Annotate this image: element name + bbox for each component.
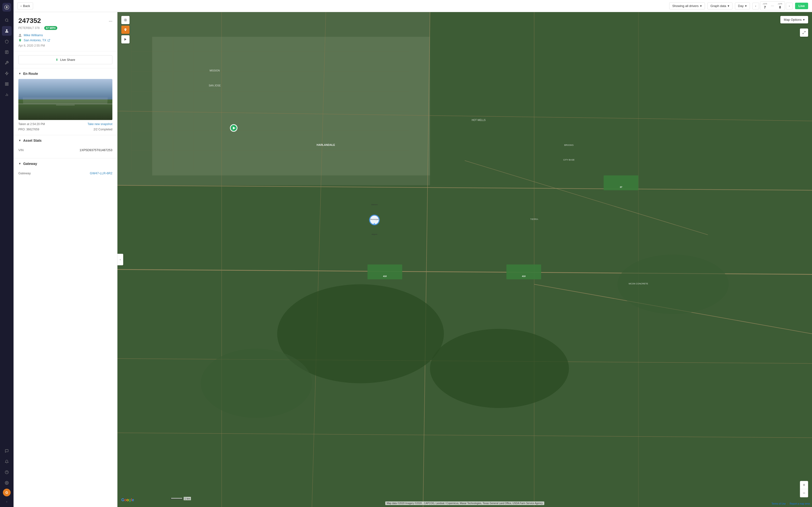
- svg-rect-7: [5, 82, 6, 84]
- svg-text:HOT WELLS: HOT WELLS: [472, 119, 486, 121]
- zoom-in-button[interactable]: +: [800, 481, 808, 489]
- scale-label: 1 km: [184, 497, 191, 500]
- svg-rect-51: [604, 175, 639, 190]
- map-attribution-text: Map data ©2020 Imagery ©2020 , CAPCOG, L…: [387, 502, 543, 505]
- svg-line-22: [117, 185, 812, 190]
- en-route-header[interactable]: ▼ En Route: [13, 68, 117, 79]
- vin-label: VIN: [18, 148, 24, 152]
- svg-rect-9: [7, 84, 8, 86]
- share-icon: ⬆: [56, 58, 58, 62]
- vehicle-header: 247352 PETERBILT 378 · 67 MPH Mike Willi…: [13, 12, 117, 51]
- graph-dropdown-chevron-icon: ▾: [728, 4, 729, 8]
- graph-data-dropdown[interactable]: Graph data ▾: [707, 2, 732, 9]
- sidebar-search[interactable]: [2, 15, 12, 25]
- live-button[interactable]: Live: [795, 3, 808, 9]
- snapshot-image: [18, 79, 112, 120]
- day-dropdown-chevron-icon: ▾: [745, 4, 747, 8]
- zoom-out-button[interactable]: −: [800, 489, 808, 497]
- gateway-header[interactable]: ▼ Gateway: [13, 158, 117, 169]
- vehicle-meta: PETERBILT 378 · 67 MPH: [18, 26, 112, 30]
- google-logo: Google: [121, 498, 134, 502]
- asset-stats-header[interactable]: ▼ Asset Stats: [13, 135, 117, 146]
- gateway-value-link[interactable]: GW47-LLR-6R2: [90, 171, 112, 175]
- svg-line-23: [117, 270, 812, 275]
- en-route-chevron-icon: ▼: [18, 72, 21, 75]
- report-map-link[interactable]: Report a map error: [790, 502, 810, 505]
- svg-line-25: [117, 433, 812, 438]
- sidebar-documents[interactable]: [2, 47, 12, 57]
- svg-rect-47: [367, 265, 402, 280]
- terms-of-use-link[interactable]: Terms of Use: [771, 502, 785, 505]
- svg-rect-19: [117, 12, 430, 185]
- sidebar-alerts[interactable]: [2, 68, 12, 78]
- scale-line: [170, 498, 183, 499]
- app-logo[interactable]: [2, 3, 11, 12]
- sidebar-settings[interactable]: [2, 478, 12, 488]
- svg-point-35: [430, 329, 569, 408]
- svg-text:HARLANDALE: HARLANDALE: [317, 144, 335, 146]
- vehicle-id: 247352: [18, 17, 112, 24]
- en-route-label: En Route: [23, 72, 38, 75]
- map-attribution: Map data ©2020 Imagery ©2020 , CAPCOG, L…: [385, 501, 544, 505]
- sidebar-drivers[interactable]: [2, 26, 12, 36]
- live-share-button[interactable]: ⬆ Live Share: [18, 55, 112, 64]
- collapse-sidebar-btn[interactable]: ›: [4, 499, 9, 504]
- sidebar-help[interactable]: [2, 467, 12, 477]
- sidebar-tools[interactable]: [2, 58, 12, 68]
- svg-text:410: 410: [522, 275, 526, 277]
- fullscreen-button[interactable]: [800, 29, 808, 37]
- svg-text:37: 37: [620, 186, 622, 188]
- day-dropdown[interactable]: Day ▾: [735, 2, 750, 9]
- svg-point-33: [277, 284, 444, 383]
- sidebar-analytics[interactable]: [2, 90, 12, 100]
- gateway-section-label: Gateway: [23, 162, 37, 166]
- snapshot-timestamp: Taken at 2:54:20 PM: [18, 122, 45, 126]
- sidebar-reports[interactable]: [2, 79, 12, 89]
- map-options-button[interactable]: Map Options ▾: [780, 16, 808, 23]
- back-button[interactable]: ‹ Back: [17, 2, 33, 9]
- zoom-controls: + −: [800, 481, 808, 497]
- sidebar-chat[interactable]: [2, 446, 12, 456]
- map-options-chevron-icon: ▾: [803, 18, 805, 21]
- location-link[interactable]: San Antonio, TX: [24, 38, 50, 42]
- asset-stats-section: ▼ Asset Stats VIN 1XP5D9375T61487253: [13, 135, 117, 158]
- svg-point-53: [230, 125, 237, 131]
- date-end-day: 8: [778, 5, 782, 9]
- vin-value: 1XP5D9375T61487253: [80, 148, 112, 152]
- asset-stats-label: Asset Stats: [23, 138, 42, 143]
- sidebar-safety[interactable]: [2, 37, 12, 46]
- showing-drivers-dropdown[interactable]: Showing all drivers ▾: [669, 2, 705, 9]
- date-start-month: APR: [763, 3, 767, 5]
- center-map-button[interactable]: [121, 16, 130, 24]
- driver-info: Mike Williams San Antonio, TX Apr 8, 202…: [18, 33, 112, 47]
- user-avatar[interactable]: G: [3, 489, 11, 496]
- date-next-button[interactable]: ›: [786, 3, 793, 9]
- svg-text:Stinson: Stinson: [371, 204, 378, 206]
- en-route-content: Taken at 2:54:20 PM Take new snapshot PR…: [13, 79, 117, 135]
- map-background: 410 410 37 ✈ HARLANDALE: [117, 12, 812, 507]
- driver-name-link[interactable]: Mike Williams: [24, 33, 43, 37]
- speed-badge: 67 MPH: [44, 26, 57, 30]
- collapse-map-button[interactable]: ‹: [117, 254, 123, 265]
- top-bar-right: Showing all drivers ▾ Graph data ▾ Day ▾…: [669, 1, 808, 11]
- play-map-button[interactable]: [121, 35, 130, 44]
- take-snapshot-link[interactable]: Take new snapshot: [88, 122, 112, 126]
- svg-rect-10: [5, 84, 6, 86]
- svg-text:410: 410: [383, 275, 387, 277]
- driver-row: Mike Williams: [18, 33, 112, 37]
- svg-text:SAN JOSE: SAN JOSE: [209, 84, 221, 87]
- live-share-label: Live Share: [60, 58, 75, 62]
- location-text: San Antonio, TX: [24, 38, 46, 42]
- asset-stats-chevron-icon: ▼: [18, 139, 21, 142]
- date-prev-button[interactable]: ‹: [752, 3, 759, 9]
- svg-point-36: [617, 255, 729, 314]
- svg-line-21: [117, 111, 812, 121]
- svg-line-24: [117, 358, 812, 363]
- completed-count: 2/2 Completed: [94, 128, 112, 131]
- more-options-button[interactable]: ...: [108, 17, 113, 23]
- map-area: 410 410 37 ✈ HARLANDALE: [117, 12, 812, 507]
- svg-rect-20: [152, 37, 430, 175]
- alert-map-button[interactable]: [121, 25, 130, 34]
- sidebar-notifications[interactable]: [2, 457, 12, 466]
- svg-text:TIERRA: TIERRA: [530, 218, 538, 220]
